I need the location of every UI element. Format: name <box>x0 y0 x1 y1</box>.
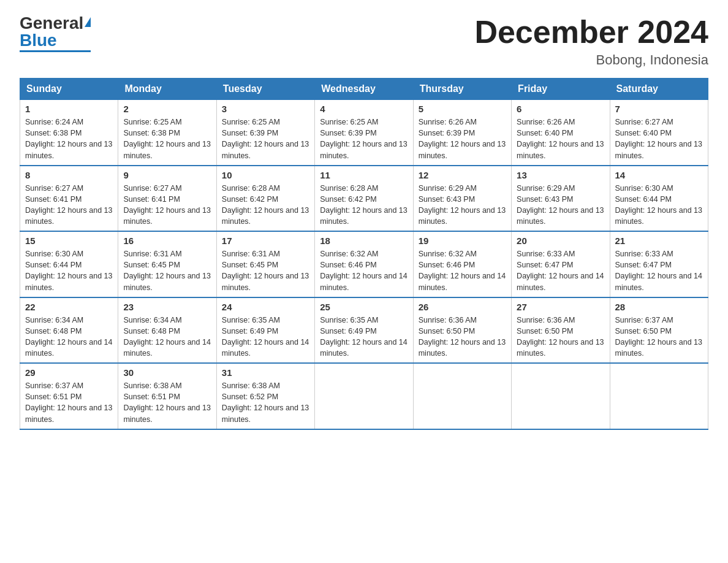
day-info: Sunrise: 6:35 AMSunset: 6:49 PMDaylight:… <box>222 316 309 358</box>
day-info: Sunrise: 6:29 AMSunset: 6:43 PMDaylight:… <box>419 184 506 226</box>
calendar-cell <box>413 363 511 429</box>
calendar-cell: 11Sunrise: 6:28 AMSunset: 6:42 PMDayligh… <box>315 166 413 232</box>
day-number: 29 <box>25 367 113 378</box>
calendar-week-row: 29Sunrise: 6:37 AMSunset: 6:51 PMDayligh… <box>20 363 708 429</box>
day-number: 31 <box>222 367 309 378</box>
day-info: Sunrise: 6:27 AMSunset: 6:41 PMDaylight:… <box>123 184 210 226</box>
calendar-cell: 6Sunrise: 6:26 AMSunset: 6:40 PMDaylight… <box>512 100 610 166</box>
day-number: 17 <box>222 236 309 246</box>
calendar-cell <box>512 363 610 429</box>
day-info: Sunrise: 6:26 AMSunset: 6:40 PMDaylight:… <box>517 118 604 159</box>
day-number: 15 <box>25 236 113 246</box>
calendar-cell: 17Sunrise: 6:31 AMSunset: 6:45 PMDayligh… <box>216 231 314 297</box>
day-info: Sunrise: 6:28 AMSunset: 6:42 PMDaylight:… <box>222 184 309 226</box>
day-number: 6 <box>517 104 604 114</box>
calendar-cell: 16Sunrise: 6:31 AMSunset: 6:45 PMDayligh… <box>118 231 216 297</box>
col-wednesday: Wednesday <box>315 79 413 100</box>
day-number: 10 <box>222 170 309 180</box>
col-saturday: Saturday <box>610 79 708 100</box>
logo-blue-text: Blue <box>20 32 57 49</box>
day-info: Sunrise: 6:37 AMSunset: 6:50 PMDaylight:… <box>615 316 702 358</box>
calendar-cell: 31Sunrise: 6:38 AMSunset: 6:52 PMDayligh… <box>216 363 314 429</box>
calendar-cell: 22Sunrise: 6:34 AMSunset: 6:48 PMDayligh… <box>20 297 118 364</box>
calendar-cell: 10Sunrise: 6:28 AMSunset: 6:42 PMDayligh… <box>216 166 314 232</box>
logo: General Blue <box>20 15 91 52</box>
day-info: Sunrise: 6:37 AMSunset: 6:51 PMDaylight:… <box>25 381 112 423</box>
calendar-cell: 18Sunrise: 6:32 AMSunset: 6:46 PMDayligh… <box>315 231 413 297</box>
col-tuesday: Tuesday <box>216 79 314 100</box>
page-header: General Blue December 2024 Bobong, Indon… <box>20 15 708 68</box>
calendar-table: Sunday Monday Tuesday Wednesday Thursday… <box>20 78 708 430</box>
calendar-cell: 15Sunrise: 6:30 AMSunset: 6:44 PMDayligh… <box>20 231 118 297</box>
calendar-week-row: 15Sunrise: 6:30 AMSunset: 6:44 PMDayligh… <box>20 231 708 297</box>
calendar-cell: 3Sunrise: 6:25 AMSunset: 6:39 PMDaylight… <box>216 100 314 166</box>
calendar-cell: 13Sunrise: 6:29 AMSunset: 6:43 PMDayligh… <box>512 166 610 232</box>
calendar-cell <box>610 363 708 429</box>
calendar-cell: 8Sunrise: 6:27 AMSunset: 6:41 PMDaylight… <box>20 166 118 232</box>
day-number: 3 <box>222 104 309 114</box>
day-number: 30 <box>123 367 211 378</box>
day-number: 8 <box>25 170 113 180</box>
day-info: Sunrise: 6:31 AMSunset: 6:45 PMDaylight:… <box>222 250 309 291</box>
day-number: 19 <box>419 236 506 246</box>
day-number: 27 <box>517 302 604 312</box>
calendar-week-row: 1Sunrise: 6:24 AMSunset: 6:38 PMDaylight… <box>20 100 708 166</box>
day-info: Sunrise: 6:30 AMSunset: 6:44 PMDaylight:… <box>25 250 112 291</box>
logo-general-text: General <box>20 15 83 32</box>
col-thursday: Thursday <box>413 79 511 100</box>
day-number: 9 <box>123 170 211 180</box>
calendar-cell: 23Sunrise: 6:34 AMSunset: 6:48 PMDayligh… <box>118 297 216 364</box>
calendar-cell: 14Sunrise: 6:30 AMSunset: 6:44 PMDayligh… <box>610 166 708 232</box>
day-info: Sunrise: 6:32 AMSunset: 6:46 PMDaylight:… <box>419 250 506 291</box>
calendar-cell: 24Sunrise: 6:35 AMSunset: 6:49 PMDayligh… <box>216 297 314 364</box>
calendar-week-row: 8Sunrise: 6:27 AMSunset: 6:41 PMDaylight… <box>20 166 708 232</box>
day-number: 4 <box>320 104 408 114</box>
day-number: 11 <box>320 170 408 180</box>
day-info: Sunrise: 6:33 AMSunset: 6:47 PMDaylight:… <box>517 250 604 291</box>
day-number: 26 <box>419 302 506 312</box>
day-number: 13 <box>517 170 604 180</box>
day-number: 23 <box>123 302 211 312</box>
day-info: Sunrise: 6:25 AMSunset: 6:38 PMDaylight:… <box>123 118 210 159</box>
day-number: 24 <box>222 302 309 312</box>
day-number: 21 <box>615 236 703 246</box>
calendar-cell <box>315 363 413 429</box>
calendar-cell: 29Sunrise: 6:37 AMSunset: 6:51 PMDayligh… <box>20 363 118 429</box>
day-info: Sunrise: 6:35 AMSunset: 6:49 PMDaylight:… <box>320 316 407 358</box>
day-info: Sunrise: 6:30 AMSunset: 6:44 PMDaylight:… <box>615 184 702 226</box>
col-friday: Friday <box>512 79 610 100</box>
calendar-cell: 4Sunrise: 6:25 AMSunset: 6:39 PMDaylight… <box>315 100 413 166</box>
day-info: Sunrise: 6:25 AMSunset: 6:39 PMDaylight:… <box>222 118 309 159</box>
calendar-cell: 20Sunrise: 6:33 AMSunset: 6:47 PMDayligh… <box>512 231 610 297</box>
calendar-cell: 2Sunrise: 6:25 AMSunset: 6:38 PMDaylight… <box>118 100 216 166</box>
day-info: Sunrise: 6:28 AMSunset: 6:42 PMDaylight:… <box>320 184 407 226</box>
calendar-cell: 12Sunrise: 6:29 AMSunset: 6:43 PMDayligh… <box>413 166 511 232</box>
calendar-title: December 2024 <box>474 15 708 50</box>
day-info: Sunrise: 6:25 AMSunset: 6:39 PMDaylight:… <box>320 118 407 159</box>
title-section: December 2024 Bobong, Indonesia <box>474 15 708 68</box>
day-number: 18 <box>320 236 408 246</box>
calendar-week-row: 22Sunrise: 6:34 AMSunset: 6:48 PMDayligh… <box>20 297 708 364</box>
day-number: 22 <box>25 302 113 312</box>
calendar-header-row: Sunday Monday Tuesday Wednesday Thursday… <box>20 79 708 100</box>
day-info: Sunrise: 6:38 AMSunset: 6:52 PMDaylight:… <box>222 381 309 423</box>
day-number: 28 <box>615 302 703 312</box>
calendar-cell: 25Sunrise: 6:35 AMSunset: 6:49 PMDayligh… <box>315 297 413 364</box>
calendar-cell: 7Sunrise: 6:27 AMSunset: 6:40 PMDaylight… <box>610 100 708 166</box>
calendar-cell: 28Sunrise: 6:37 AMSunset: 6:50 PMDayligh… <box>610 297 708 364</box>
day-info: Sunrise: 6:38 AMSunset: 6:51 PMDaylight:… <box>123 381 210 423</box>
calendar-cell: 1Sunrise: 6:24 AMSunset: 6:38 PMDaylight… <box>20 100 118 166</box>
day-number: 14 <box>615 170 703 180</box>
col-monday: Monday <box>118 79 216 100</box>
day-info: Sunrise: 6:36 AMSunset: 6:50 PMDaylight:… <box>517 316 604 358</box>
day-number: 5 <box>419 104 506 114</box>
day-number: 12 <box>419 170 506 180</box>
calendar-cell: 21Sunrise: 6:33 AMSunset: 6:47 PMDayligh… <box>610 231 708 297</box>
calendar-cell: 27Sunrise: 6:36 AMSunset: 6:50 PMDayligh… <box>512 297 610 364</box>
day-info: Sunrise: 6:29 AMSunset: 6:43 PMDaylight:… <box>517 184 604 226</box>
day-number: 1 <box>25 104 113 114</box>
day-number: 2 <box>123 104 211 114</box>
calendar-cell: 5Sunrise: 6:26 AMSunset: 6:39 PMDaylight… <box>413 100 511 166</box>
day-info: Sunrise: 6:34 AMSunset: 6:48 PMDaylight:… <box>123 316 210 358</box>
calendar-cell: 26Sunrise: 6:36 AMSunset: 6:50 PMDayligh… <box>413 297 511 364</box>
